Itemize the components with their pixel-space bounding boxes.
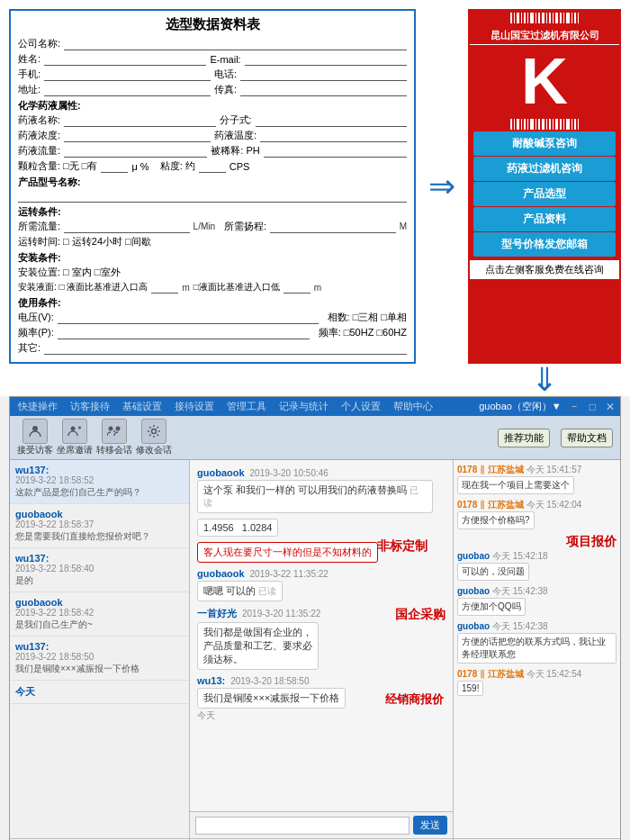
- svg-point-7: [152, 429, 157, 434]
- session-name: wu137:: [15, 641, 184, 652]
- barcode-line: [527, 119, 528, 130]
- session-item-guobaook-2[interactable]: guobaook 2019-3-22 18:58:42 是我们自己生产的~: [10, 592, 189, 637]
- topbar-user[interactable]: guobao（空闲）▼: [479, 400, 562, 413]
- barcode-line: [527, 13, 528, 23]
- menu-filter[interactable]: 药液过滤机咨询: [473, 157, 616, 181]
- mobile-input[interactable]: [44, 68, 211, 81]
- phone-input[interactable]: [240, 68, 407, 81]
- product-input[interactable]: [18, 190, 407, 203]
- chat-input-field[interactable]: [195, 817, 410, 835]
- topbar-quick[interactable]: 快捷操作: [15, 399, 60, 414]
- send-button[interactable]: 发送: [413, 816, 447, 835]
- topbar-visitor[interactable]: 访客接待: [68, 399, 112, 414]
- barcode-line: [524, 13, 526, 23]
- topbar-close[interactable]: ✕: [606, 401, 615, 413]
- topbar-basic[interactable]: 基础设置: [120, 399, 165, 414]
- req-flow-input[interactable]: [64, 221, 190, 233]
- topbar-maximize[interactable]: □: [590, 401, 596, 413]
- chem-name-formula-row: 药液名称: 分子式:: [18, 113, 407, 127]
- formula-input[interactable]: [256, 114, 407, 127]
- req-head-input[interactable]: [270, 221, 396, 233]
- topbar-stats[interactable]: 记录与统计: [276, 399, 331, 414]
- msg-name: guobaook: [197, 467, 245, 478]
- barcode-line: [517, 119, 519, 130]
- email-input[interactable]: [245, 53, 407, 66]
- barcode-line: [574, 119, 576, 130]
- company-input[interactable]: [64, 38, 407, 50]
- toolbar-recommend-btn[interactable]: 推荐功能: [498, 429, 550, 447]
- barcode-line: [578, 13, 579, 23]
- right-sender-5: guobao: [457, 621, 490, 631]
- session-msg: 这款产品是您们自己生产的吗？: [15, 486, 184, 499]
- chem-name-input[interactable]: [64, 114, 215, 127]
- ph-input[interactable]: [264, 145, 407, 158]
- address-input[interactable]: [44, 84, 211, 96]
- other-input[interactable]: [44, 342, 407, 355]
- svg-point-5: [116, 427, 121, 431]
- topbar-help[interactable]: 帮助中心: [391, 399, 436, 414]
- barcode-line: [555, 119, 558, 130]
- viscosity-input[interactable]: [199, 160, 226, 173]
- freq-input[interactable]: [58, 327, 310, 339]
- topbar-minimize[interactable]: －: [569, 399, 580, 414]
- msg-bubble-nonstandard: 客人现在要尺寸一样的但是不知材料的: [197, 542, 378, 563]
- session-item-wu137-2[interactable]: wu137: 2019-3-22 18:58:40 是的: [10, 548, 189, 592]
- temp-input[interactable]: [260, 130, 407, 142]
- topbar-personal[interactable]: 个人设置: [338, 399, 383, 414]
- chat-body: wu137: 2019-3-22 18:58:52 这款产品是您们自己生产的吗？…: [10, 460, 620, 838]
- right-msg-2: 0178 ‖ 江苏盐城 今天 15:42:04 方便报个价格吗?: [457, 499, 616, 529]
- session-item-today[interactable]: 今天: [10, 681, 189, 704]
- session-item-guobaook-1[interactable]: guobaook 2019-3-22 18:58:37 您是需要我们直接给您报价…: [10, 504, 189, 548]
- session-item-wu137-1[interactable]: wu137: 2019-3-22 18:58:52 这款产品是您们自己生产的吗？: [10, 460, 189, 504]
- toolbar-invite-icon[interactable]: [62, 419, 87, 444]
- session-time: 2019-3-22 18:58:40: [15, 564, 184, 574]
- session-name: guobaook: [15, 509, 184, 519]
- toolbar-accept-icon[interactable]: [22, 419, 48, 444]
- session-item-wu137-3[interactable]: wu137: 2019-3-22 18:58:50 我们是铜陵×××减振报一下价…: [10, 637, 189, 681]
- right-sender-3: guobao: [457, 551, 490, 561]
- non-standard-label: 非标定制: [377, 538, 428, 555]
- toolbar-transfer-icon[interactable]: [102, 419, 127, 444]
- address-label: 地址:: [18, 83, 40, 96]
- barcode-line: [538, 13, 540, 23]
- form-card: 选型数据资料表 公司名称: 姓名: E-mail: 手机: 电话: 地址: 传真…: [9, 9, 416, 364]
- topbar-manage[interactable]: 管理工具: [224, 399, 269, 414]
- barcode-line: [510, 119, 512, 130]
- right-time-6: 今天 15:42:54: [526, 669, 582, 679]
- head-unit: M: [400, 221, 407, 231]
- flow-input[interactable]: [64, 145, 207, 158]
- menu-acid-pump[interactable]: 耐酸碱泵咨询: [473, 131, 616, 156]
- chat-toolbar: 接受访客 坐席邀请 转移会话 修改会话 推荐功能: [10, 416, 620, 460]
- topbar-reception[interactable]: 接待设置: [172, 399, 217, 414]
- barcode-line: [563, 119, 564, 130]
- barcode-top: [507, 11, 582, 25]
- svg-point-0: [32, 426, 38, 431]
- msg-bubble: 嗯嗯 可以的 已读: [197, 581, 283, 601]
- chat-right-panel: 0178 ‖ 江苏盐城 今天 15:41:57 现在我一个项目上需要这个 017…: [454, 460, 620, 838]
- company-label: 公司名称:: [18, 37, 60, 50]
- session-time: 2019-3-22 18:58:50: [15, 652, 184, 662]
- msg-time: 2019-3-20 11:35:22: [242, 609, 320, 619]
- low-input[interactable]: [284, 281, 310, 294]
- barcode-line: [521, 119, 522, 130]
- chat-msg-1: guobaook 2019-3-20 10:50:46 这个泵 和我们一样的 可…: [197, 467, 446, 513]
- name-input[interactable]: [44, 53, 206, 66]
- menu-price-email[interactable]: 型号价格发您邮箱: [473, 232, 616, 257]
- chat-session-list: wu137: 2019-3-22 18:58:52 这款产品是您们自己生产的吗？…: [10, 460, 190, 838]
- menu-product-selection[interactable]: 产品选型: [473, 182, 616, 206]
- toolbar-transfer-label: 转移会话: [96, 444, 132, 456]
- toolbar-settings-icon[interactable]: [141, 419, 166, 444]
- msg-name: wu13:: [197, 675, 225, 686]
- barcode-line: [510, 13, 512, 23]
- voltage-input[interactable]: [58, 312, 319, 324]
- voltage-phase-row: 电压(V): 相数: □三相 □单相: [18, 311, 407, 324]
- chem-section-title: 化学药液属性:: [18, 99, 407, 113]
- company-logo: K: [470, 45, 619, 117]
- high-input[interactable]: [151, 281, 178, 294]
- particle-input[interactable]: [101, 160, 128, 173]
- menu-product-info[interactable]: 产品资料: [473, 207, 616, 231]
- toolbar-help-doc-btn[interactable]: 帮助文档: [561, 429, 613, 447]
- fax-input[interactable]: [240, 84, 407, 96]
- right-bubble-4: 方便加个QQ吗: [457, 598, 526, 616]
- conc-input[interactable]: [64, 130, 211, 142]
